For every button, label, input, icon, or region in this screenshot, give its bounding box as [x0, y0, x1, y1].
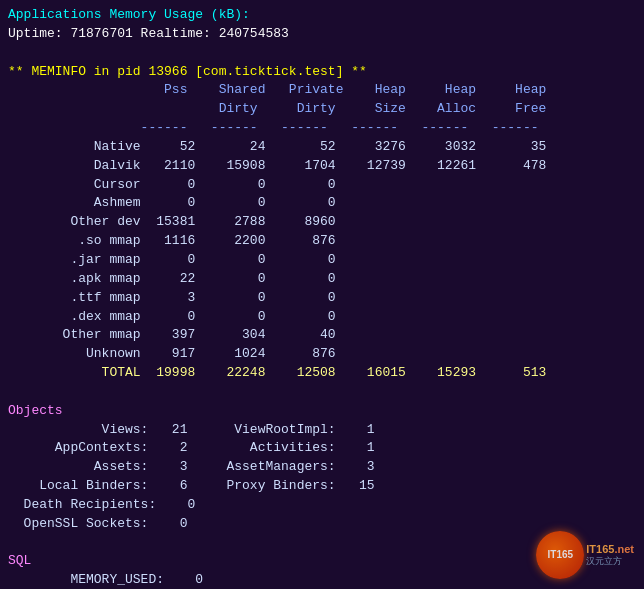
table-row: Other dev 15381 2788 8960: [8, 213, 636, 232]
list-item: AppContexts: 2 Activities: 1: [8, 439, 636, 458]
table-row: TOTAL 19998 22248 12508 16015 15293 513: [8, 364, 636, 383]
watermark-logo: IT165: [536, 531, 584, 579]
blank2: [8, 383, 636, 402]
meminfo-header: ** MEMINFO in pid 13966 [com.ticktick.te…: [8, 63, 636, 82]
table-row: Dalvik 2110 15908 1704 12739 12261 478: [8, 157, 636, 176]
table-row: .apk mmap 22 0 0: [8, 270, 636, 289]
table-row: Native 52 24 52 3276 3032 35: [8, 138, 636, 157]
table-row: .ttf mmap 3 0 0: [8, 289, 636, 308]
table-row: Other mmap 397 304 40: [8, 326, 636, 345]
col-headers2: Dirty Dirty Size Alloc Free: [8, 100, 636, 119]
col-headers1: Pss Shared Private Heap Heap Heap: [8, 81, 636, 100]
list-item: Death Recipients: 0: [8, 496, 636, 515]
table-row: Cursor 0 0 0: [8, 176, 636, 195]
memory-table: Native 52 24 52 3276 3032 35 Dalvik 2110…: [8, 138, 636, 383]
blank1: [8, 44, 636, 63]
objects-title: Objects: [8, 402, 636, 421]
list-item: Local Binders: 6 Proxy Binders: 15: [8, 477, 636, 496]
table-row: .so mmap 1116 2200 876: [8, 232, 636, 251]
watermark-text: IT165.net 汉元立方: [586, 542, 634, 568]
table-row: .jar mmap 0 0 0: [8, 251, 636, 270]
terminal-output: Applications Memory Usage (kB): Uptime: …: [8, 6, 636, 589]
objects-section: Views: 21 ViewRootImpl: 1 AppContexts: 2…: [8, 421, 636, 534]
table-row: Ashmem 0 0 0: [8, 194, 636, 213]
title-line: Applications Memory Usage (kB):: [8, 6, 636, 25]
watermark: IT165 IT165.net 汉元立方: [536, 531, 634, 579]
list-item: Views: 21 ViewRootImpl: 1: [8, 421, 636, 440]
col-sep: ------ ------ ------ ------ ------ -----…: [8, 119, 636, 138]
watermark-sub: 汉元立方: [586, 556, 634, 568]
watermark-site: IT165.net: [586, 542, 634, 556]
uptime-line: Uptime: 71876701 Realtime: 240754583: [8, 25, 636, 44]
table-row: Unknown 917 1024 876: [8, 345, 636, 364]
table-row: .dex mmap 0 0 0: [8, 308, 636, 327]
list-item: Assets: 3 AssetManagers: 3: [8, 458, 636, 477]
